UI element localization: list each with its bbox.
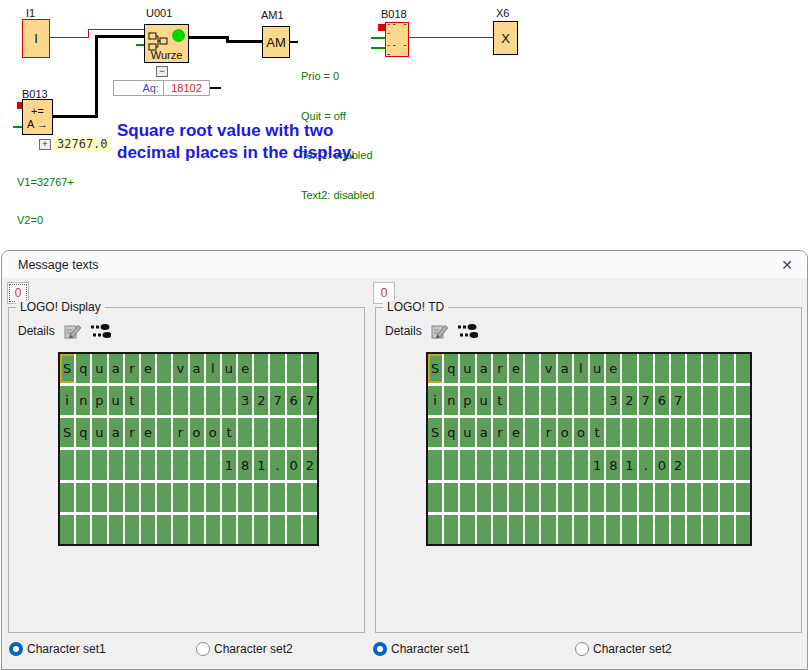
lcd-cell[interactable]: a xyxy=(477,418,491,447)
lcd-cell[interactable]: u xyxy=(460,418,474,447)
lcd-cell[interactable] xyxy=(525,483,539,512)
expand-button[interactable]: + xyxy=(39,139,51,150)
lcd-cell[interactable]: e xyxy=(606,354,620,383)
lcd-cell[interactable] xyxy=(157,515,171,544)
lcd-cell[interactable] xyxy=(270,354,284,383)
lcd-cell[interactable] xyxy=(509,386,523,415)
lcd-cell[interactable]: v xyxy=(173,354,187,383)
lcd-cell[interactable] xyxy=(622,483,636,512)
lcd-cell[interactable]: 2 xyxy=(622,386,636,415)
lcd-cell[interactable]: S xyxy=(428,354,442,383)
lcd-cell[interactable]: a xyxy=(558,354,572,383)
lcd-cell[interactable] xyxy=(206,483,220,512)
lcd-cell[interactable]: e xyxy=(509,354,523,383)
lcd-cell[interactable] xyxy=(287,354,301,383)
lcd-cell[interactable] xyxy=(428,450,442,479)
lcd-cell[interactable]: q xyxy=(444,354,458,383)
radio-label-td-charset1[interactable]: Character set1 xyxy=(391,642,470,657)
lcd-cell[interactable] xyxy=(606,515,620,544)
lcd-cell[interactable] xyxy=(190,515,204,544)
wire-u001-to-am1[interactable] xyxy=(188,36,228,39)
lcd-cell[interactable] xyxy=(541,483,555,512)
lcd-cell[interactable] xyxy=(303,483,317,512)
lcd-cell[interactable] xyxy=(76,483,90,512)
lcd-cell[interactable] xyxy=(173,450,187,479)
lcd-cell[interactable]: q xyxy=(76,354,90,383)
lcd-cell[interactable]: 2 xyxy=(303,450,317,479)
lcd-cell[interactable]: t xyxy=(590,418,604,447)
lcd-cell[interactable]: u xyxy=(477,386,491,415)
lcd-cell[interactable] xyxy=(558,483,572,512)
lcd-cell[interactable]: r xyxy=(125,354,139,383)
lcd-cell[interactable]: u xyxy=(92,354,106,383)
lcd-cell[interactable] xyxy=(736,515,750,544)
wire-u001-to-am1[interactable] xyxy=(226,40,262,43)
block-u001-sqrt[interactable]: Wurze xyxy=(144,24,189,63)
lcd-cell[interactable] xyxy=(509,450,523,479)
lcd-cell[interactable] xyxy=(428,515,442,544)
lcd-cell[interactable] xyxy=(109,450,123,479)
lcd-cell[interactable] xyxy=(270,515,284,544)
lcd-cell[interactable] xyxy=(639,354,653,383)
block-am1[interactable]: AM xyxy=(262,26,290,58)
radio-label-display-charset2[interactable]: Character set2 xyxy=(214,642,293,657)
lcd-cell[interactable] xyxy=(157,483,171,512)
lcd-cell[interactable] xyxy=(574,483,588,512)
lcd-cell[interactable] xyxy=(655,418,669,447)
lcd-cell[interactable] xyxy=(157,450,171,479)
radio-td-charset1[interactable] xyxy=(373,642,387,656)
lcd-cell[interactable]: 1 xyxy=(590,450,604,479)
lcd-cell[interactable] xyxy=(460,483,474,512)
lcd-cell[interactable]: S xyxy=(60,354,74,383)
dialog-titlebar[interactable]: Message texts ✕ xyxy=(2,251,807,278)
lcd-cell[interactable] xyxy=(254,354,268,383)
lcd-cell[interactable]: 3 xyxy=(606,386,620,415)
lcd-cell[interactable] xyxy=(238,483,252,512)
lcd-cell[interactable] xyxy=(687,450,701,479)
lcd-cell[interactable] xyxy=(206,386,220,415)
collapse-button[interactable]: − xyxy=(156,66,168,77)
lcd-cell[interactable]: 1 xyxy=(254,450,268,479)
lcd-cell[interactable] xyxy=(287,515,301,544)
lcd-cell[interactable]: a xyxy=(109,354,123,383)
close-icon[interactable]: ✕ xyxy=(781,257,793,273)
lcd-cell[interactable] xyxy=(206,515,220,544)
radio-label-td-charset2[interactable]: Character set2 xyxy=(593,642,672,657)
lcd-cell[interactable] xyxy=(444,450,458,479)
lcd-cell[interactable] xyxy=(639,515,653,544)
b013-sum-value[interactable]: 32767.0 xyxy=(53,137,112,152)
block-x6[interactable]: X xyxy=(493,21,518,55)
block-b013-math[interactable]: += A → xyxy=(22,99,53,135)
edit-details-icon[interactable] xyxy=(430,322,450,340)
lcd-cell[interactable] xyxy=(92,515,106,544)
lcd-cell[interactable]: e xyxy=(238,354,252,383)
lcd-cell[interactable]: 7 xyxy=(270,386,284,415)
lcd-cell[interactable]: S xyxy=(60,418,74,447)
wire-i1-to-u001[interactable] xyxy=(88,29,144,30)
lcd-cell[interactable] xyxy=(190,386,204,415)
lcd-cell[interactable]: 0 xyxy=(287,450,301,479)
lcd-cell[interactable] xyxy=(574,515,588,544)
lcd-cell[interactable] xyxy=(287,418,301,447)
lcd-cell[interactable]: r xyxy=(125,418,139,447)
lcd-cell[interactable] xyxy=(687,515,701,544)
lcd-cell[interactable] xyxy=(238,515,252,544)
lcd-cell[interactable] xyxy=(60,515,74,544)
lcd-cell[interactable] xyxy=(671,418,685,447)
lcd-cell[interactable] xyxy=(558,386,572,415)
lcd-cell[interactable] xyxy=(606,418,620,447)
lcd-cell[interactable]: p xyxy=(92,386,106,415)
lcd-cell[interactable] xyxy=(622,418,636,447)
block-i1[interactable]: I xyxy=(22,19,50,58)
lcd-cell[interactable] xyxy=(493,515,507,544)
lcd-cell[interactable] xyxy=(525,515,539,544)
lcd-cell[interactable]: i xyxy=(60,386,74,415)
lcd-cell[interactable] xyxy=(493,483,507,512)
lcd-cell[interactable] xyxy=(541,515,555,544)
lcd-cell[interactable] xyxy=(125,450,139,479)
lcd-cell[interactable] xyxy=(303,418,317,447)
lcd-cell[interactable]: 6 xyxy=(655,386,669,415)
lcd-cell[interactable] xyxy=(655,354,669,383)
lcd-cell[interactable] xyxy=(703,515,717,544)
edit-details-icon[interactable] xyxy=(63,322,83,340)
